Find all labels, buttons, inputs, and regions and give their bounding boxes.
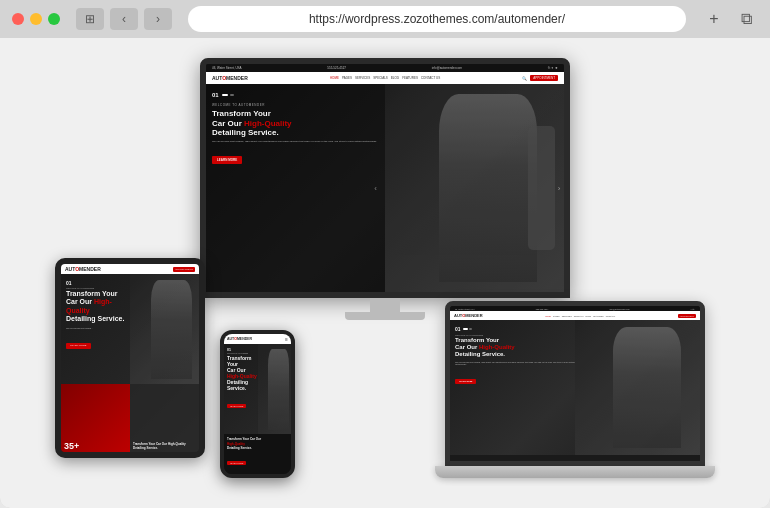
phone-bottom-title: Transform Your Car Our [227,437,288,441]
laptop-worker-figure [613,327,682,449]
phone-nav: AUTOMENDER ≡ [224,334,291,344]
tablet-hero-welcome: WELCOME TO AUTOMENDER [66,287,132,289]
address-bar[interactable]: https://wordpress.zozothemes.com/automen… [188,6,686,32]
browser-window: ⊞ ‹ › https://wordpress.zozothemes.com/a… [0,0,770,508]
laptop-nav-features[interactable]: FEATURES [593,315,604,317]
browser-actions: + ⧉ [702,7,758,31]
desktop-next-arrow[interactable]: › [558,184,561,193]
phone-slide-number: 01 [227,348,258,352]
desktop-nav: AUTOMENDER HOME PAGES SERVICES SPECIALS … [206,72,564,84]
tablet-cta-button[interactable]: APPOINTMENT [173,267,195,272]
desktop-site-content: 46, Water Street, USA 555-525-4527 info@… [206,64,564,292]
desktop-nav-pages[interactable]: PAGES [342,76,352,80]
close-button[interactable] [12,13,24,25]
desktop-nav-services[interactable]: SERVICES [355,76,370,80]
copy-button[interactable]: ⧉ [734,7,758,31]
monitor-stand-neck [370,298,400,312]
laptop-nav-contact[interactable]: CONTACT [606,315,616,317]
laptop-screen: 46, Water Street, USA 555-525-4527 info@… [445,301,705,466]
laptop-hero-cta[interactable]: LEARN MORE [455,379,476,384]
desktop-nav-contact[interactable]: CONTACT US [421,76,440,80]
tablet-bottom-cards: 35+ Transform Your Car Our High-Quality … [61,384,199,452]
tablet-screen: AUTOMENDER APPOINTMENT 01 WELCOME TO AUT… [55,258,205,458]
laptop-nav-blog[interactable]: BLOG [586,315,592,317]
phone-bottom-content: Transform Your Car Our High-Quality Deta… [224,434,291,474]
desktop-hero-title: Transform YourCar Our High-QualityDetail… [212,109,397,138]
laptop-nav-specials[interactable]: SPECIALS [574,315,584,317]
browser-titlebar: ⊞ ‹ › https://wordpress.zozothemes.com/a… [0,0,770,38]
phone-logo: AUTOMENDER [227,337,252,341]
browser-nav-buttons: ⊞ ‹ › [76,8,172,30]
phone-hero-cta[interactable]: LEARN MORE [227,404,246,408]
laptop-hero-welcome: WELCOME TO AUTOMENDER [455,334,583,336]
tablet-hero: 01 WELCOME TO AUTOMENDER Transform YourC… [61,274,199,384]
tablet-card-car: 35+ [61,384,130,452]
laptop-nav-home[interactable]: HOME [545,315,551,317]
desktop-nav-home[interactable]: HOME [330,76,339,80]
desktop-nav-blog[interactable]: BLOG [391,76,399,80]
maximize-button[interactable] [48,13,60,25]
desktop-nav-features[interactable]: FEATURES [402,76,418,80]
laptop-phone: 555-525-4527 [536,308,548,310]
url-text: https://wordpress.zozothemes.com/automen… [309,12,565,26]
monitor-stand-base [345,312,425,320]
tablet-hero-title: Transform YourCar Our High-QualityDetail… [66,290,132,324]
desktop-search-icon[interactable]: 🔍 [522,76,527,81]
laptop-hero-subtitle: We can provide best reliable, high-quali… [455,361,583,367]
tablet-slide-number: 01 [66,280,132,286]
phone-bottom-subtitle: Detailing Service. [227,446,288,450]
tablet-card-mechanic: Transform Your Car Our High-Quality Deta… [130,384,199,452]
desktop-cta-button[interactable]: APPOINTMENT [530,75,558,81]
tablet: AUTOMENDER APPOINTMENT 01 WELCOME TO AUT… [55,258,205,458]
desktop-hero-cta[interactable]: LEARN MORE [212,156,242,164]
laptop-slide-dot-2[interactable] [469,328,472,330]
laptop-address: 46, Water Street, USA [455,308,475,310]
desktop-social: f t ✦ ❖ [548,66,558,70]
phone: AUTOMENDER ≡ 01 WELCOME TO AUTOMENDER [220,330,295,478]
phone-site-content: AUTOMENDER ≡ 01 WELCOME TO AUTOMENDER [224,334,291,474]
laptop-nav-links: HOME PAGES SERVICES SPECIALS BLOG FEATUR… [545,315,615,317]
laptop-base [435,466,715,478]
laptop-logo: AUTOMENDER [454,313,483,318]
add-tab-button[interactable]: + [702,7,726,31]
tablet-hero-subtitle: We can provide best reliable... [66,327,132,330]
laptop-nav: AUTOMENDER HOME PAGES SERVICES SPECIALS … [450,311,700,320]
tablet-worker-figure [151,280,192,379]
laptop-nav-pages[interactable]: PAGES [553,315,560,317]
forward-button[interactable]: › [144,8,172,30]
tablet-hero-cta[interactable]: LEARN MORE [66,343,91,349]
desktop-email: info@automender.com [432,66,462,70]
tablet-nav: AUTOMENDER APPOINTMENT [61,264,199,274]
back-button[interactable]: ‹ [110,8,138,30]
desktop-hero-image [385,84,564,292]
phone-hero-image [258,344,292,434]
tablet-hero-image [130,274,199,384]
laptop-slide-dot-1[interactable] [463,328,468,330]
desktop-hero-welcome: WELCOME TO AUTOMENDER [212,103,397,107]
tablet-card-stat: 35+ [64,442,79,451]
laptop-hero: 01 WELCOME TO AUTOMENDER Transform YourC… [450,320,700,455]
devices-container: 46, Water Street, USA 555-525-4527 info@… [25,48,745,498]
phone-menu-icon[interactable]: ≡ [285,336,288,342]
phone-hero-content: 01 WELCOME TO AUTOMENDER Transform YourC… [224,344,261,434]
laptop-email: info@automender.com [609,308,629,310]
sidebar-toggle-button[interactable]: ⊞ [76,8,104,30]
laptop-cta-button[interactable]: APPOINTMENT [678,314,696,318]
desktop-nav-links: HOME PAGES SERVICES SPECIALS BLOG FEATUR… [330,76,440,80]
desktop-address: 46, Water Street, USA [212,66,242,70]
desktop-hero: 01 WELCOME TO AUTOMENDER Transform YourC… [206,84,564,292]
laptop-hero-content: 01 WELCOME TO AUTOMENDER Transform YourC… [450,320,588,455]
desktop-logo: AUTOMENDER [212,75,248,81]
phone-hero: 01 WELCOME TO AUTOMENDER Transform YourC… [224,344,291,434]
laptop-slide-indicator [463,328,472,330]
slide-dot-2[interactable] [230,94,234,96]
phone-worker-figure [268,349,290,430]
slide-dot-1[interactable] [222,94,228,96]
laptop-nav-services[interactable]: SERVICES [562,315,572,317]
minimize-button[interactable] [30,13,42,25]
laptop-site-content: 46, Water Street, USA 555-525-4527 info@… [450,306,700,461]
phone-bottom-cta[interactable]: LEARN MORE [227,461,246,465]
desktop-nav-specials[interactable]: SPECIALS [373,76,388,80]
desktop-slide-number: 01 [212,92,219,98]
laptop-hero-image [575,320,700,455]
